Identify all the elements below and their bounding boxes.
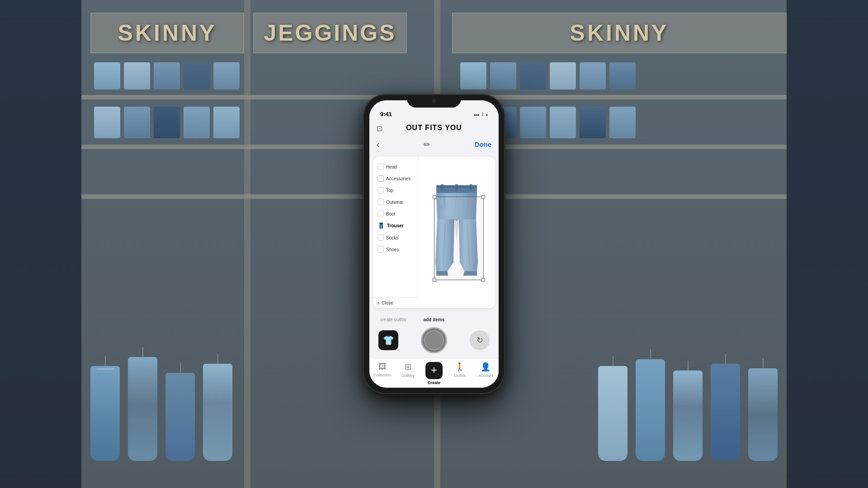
- shelf-row-2-left: [90, 103, 243, 142]
- shelf-label-right: SKINNY: [452, 13, 787, 53]
- cat-label-top: Top: [386, 188, 393, 193]
- add-items-label: add items: [424, 317, 445, 322]
- status-icons: ▪▪▪ ⌇ ▪: [474, 112, 488, 117]
- tab-item-create[interactable]: + Create: [421, 361, 447, 386]
- cat-check-outwear: [377, 199, 384, 205]
- bg-dark-left: [0, 0, 81, 488]
- bottom-toolbar: create outfits add items 👕 ↻: [369, 313, 499, 358]
- phone-screen: 9:41 ▪▪▪ ⌇ ▪ ⊡ OUT FITS YOU ‹ ✏ Done: [369, 100, 499, 388]
- collection-label: Collection: [373, 373, 392, 377]
- create-tab-button: +: [425, 362, 443, 379]
- shelf-label-center: JEGGINGS: [253, 13, 407, 53]
- outfit-panel: Head Accessories Top: [373, 157, 495, 308]
- phone-device: 9:41 ▪▪▪ ⌇ ▪ ⊡ OUT FITS YOU ‹ ✏ Done: [364, 95, 504, 393]
- account-icon: 👤: [481, 362, 491, 372]
- cat-check-top: [377, 187, 384, 193]
- close-arrow-icon: ∧: [377, 300, 380, 305]
- tab-item-gallery[interactable]: ⊞ Gallery: [395, 361, 421, 386]
- expand-icon[interactable]: ⊡: [377, 124, 382, 133]
- close-button[interactable]: ∧ Close: [373, 297, 418, 308]
- handle-br[interactable]: [481, 278, 485, 282]
- cat-item-socks[interactable]: Socks: [377, 233, 414, 242]
- plus-icon: +: [431, 365, 437, 375]
- gallery-label: Gallery: [402, 373, 415, 378]
- flip-icon: ↻: [476, 335, 483, 345]
- cat-check-shoes: [377, 246, 384, 253]
- cat-label-outwear: Outwear: [386, 200, 403, 205]
- cat-label-boot: Boot: [386, 211, 396, 216]
- shelf-vertical-div-1: [244, 0, 250, 488]
- cat-item-trouser[interactable]: 👖 Trouser: [377, 221, 414, 230]
- camera-controls: 👕 ↻: [377, 327, 491, 356]
- cat-label-socks: Socks: [386, 235, 398, 240]
- phone-outer-frame: 9:41 ▪▪▪ ⌇ ▪ ⊡ OUT FITS YOU ‹ ✏ Done: [364, 95, 504, 393]
- done-button[interactable]: Done: [474, 141, 491, 148]
- shelf-row-1-left: [90, 59, 243, 93]
- app-header: ⊡ OUT FITS YOU: [369, 120, 499, 136]
- back-button[interactable]: ‹: [377, 139, 380, 150]
- content-area: Head Accessories Top: [369, 152, 499, 313]
- cat-item-boot[interactable]: Boot: [377, 209, 414, 218]
- gallery-icon: ⊞: [405, 362, 411, 372]
- create-outfit-button[interactable]: 👕: [378, 330, 398, 350]
- bg-dark-right: [787, 0, 868, 488]
- wifi-icon: ⌇: [481, 112, 484, 117]
- jeans-image: [427, 183, 486, 282]
- tab-item-collection[interactable]: 🖼 Collection: [369, 361, 395, 386]
- cat-label-accessories: Accessories: [386, 176, 410, 181]
- outfits-label: Outfits: [454, 373, 466, 378]
- account-label: Account: [478, 373, 493, 378]
- category-list: Head Accessories Top: [373, 157, 418, 308]
- status-time: 9:41: [380, 111, 392, 117]
- hanging-jeans-left: [90, 357, 232, 461]
- svg-rect-2: [441, 184, 443, 191]
- tab-item-outfits[interactable]: 🚶 Outfits: [447, 361, 473, 386]
- signal-icon: ▪▪▪: [474, 112, 479, 117]
- cat-item-accessories[interactable]: Accessories: [377, 174, 414, 183]
- nav-row: ‹ ✏ Done: [369, 136, 499, 152]
- close-label: Close: [382, 300, 393, 305]
- trouser-icon: 👖: [377, 222, 385, 229]
- cat-check-socks: [377, 235, 384, 241]
- capture-button[interactable]: [421, 327, 447, 353]
- handle-bl[interactable]: [433, 278, 436, 282]
- phone-notch: [407, 95, 461, 108]
- shelf-label-left: SKINNY: [90, 13, 244, 53]
- cat-check-accessories: [377, 175, 384, 182]
- cat-item-head[interactable]: Head: [377, 162, 414, 171]
- battery-icon: ▪: [486, 112, 488, 117]
- tab-bar: 🖼 Collection ⊞ Gallery + Create 🚶: [369, 358, 499, 388]
- create-outfits-label: create outfits: [380, 317, 406, 322]
- cat-item-shoes[interactable]: Shoes: [377, 245, 414, 254]
- tshirt-icon: 👕: [383, 335, 394, 346]
- cat-item-top[interactable]: Top: [377, 186, 414, 195]
- cat-label-shoes: Shoes: [386, 247, 399, 252]
- handle-tl[interactable]: [433, 195, 436, 199]
- svg-rect-4: [455, 184, 458, 191]
- hanging-jeans-right: [598, 359, 778, 461]
- handle-tr[interactable]: [481, 195, 485, 199]
- selection-box: [434, 197, 484, 280]
- outfits-icon: 🚶: [455, 362, 465, 372]
- cat-check-head: [377, 164, 384, 170]
- capture-button-inner: [424, 330, 444, 350]
- create-label: Create: [428, 380, 440, 385]
- flip-camera-button[interactable]: ↻: [470, 330, 490, 350]
- cat-label-head: Head: [386, 164, 397, 169]
- svg-rect-3: [470, 184, 472, 191]
- shelf-row-1-right: [457, 59, 639, 93]
- collection-icon: 🖼: [378, 362, 387, 371]
- cat-label-trouser: Trouser: [387, 223, 404, 228]
- edit-icon[interactable]: ✏: [424, 140, 430, 150]
- app-title: OUT FITS YOU: [406, 124, 462, 131]
- cat-item-outwear[interactable]: Outwear: [377, 197, 414, 206]
- jeans-preview: [418, 157, 495, 308]
- tab-item-account[interactable]: 👤 Account: [473, 361, 499, 386]
- cat-check-boot: [377, 211, 384, 217]
